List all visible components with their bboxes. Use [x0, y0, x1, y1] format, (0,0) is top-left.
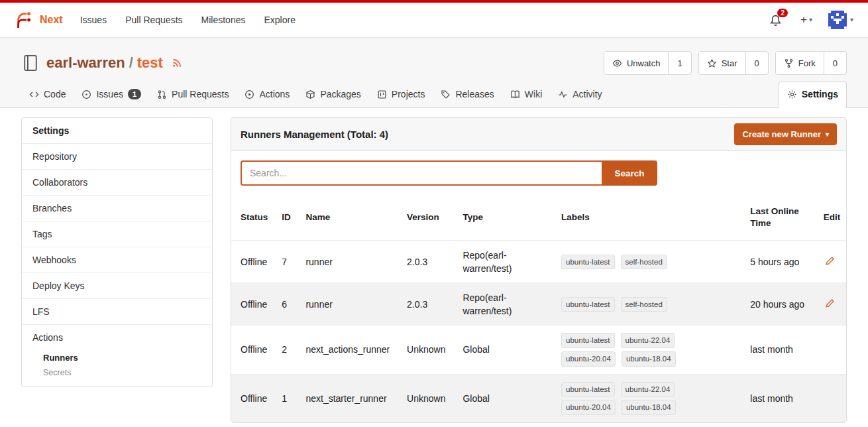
repo-book-icon	[21, 54, 40, 72]
runner-name: next_starter_runner	[300, 374, 402, 422]
tab-label: Releases	[455, 89, 494, 99]
runners-table: Status ID Name Version Type Labels Last …	[231, 195, 846, 422]
top-navbar: Next Issues Pull Requests Milestones Exp…	[0, 0, 868, 38]
package-icon	[305, 90, 315, 99]
label-chip: ubuntu-22.04	[621, 333, 675, 348]
stars-count[interactable]: 0	[745, 52, 768, 74]
tab-projects[interactable]: Projects	[369, 82, 433, 107]
runner-version: Unknown	[402, 326, 457, 374]
label-chip: ubuntu-latest	[561, 255, 615, 270]
col-name: Name	[300, 195, 402, 241]
rss-feed-icon[interactable]	[171, 57, 183, 69]
runner-last-online: 5 hours ago	[745, 241, 818, 283]
runner-name: runner	[300, 283, 402, 326]
sidebar-item-repository[interactable]: Repository	[22, 143, 212, 169]
project-board-icon	[377, 90, 387, 99]
tab-actions[interactable]: Actions	[237, 82, 298, 107]
tab-label: Code	[44, 89, 66, 99]
home-link[interactable]: Next	[15, 10, 63, 30]
plus-icon: +	[800, 13, 807, 27]
col-version: Version	[402, 195, 457, 241]
runner-labels: ubuntu-latest self-hosted	[561, 255, 694, 270]
repo-name-link[interactable]: test	[137, 54, 163, 72]
forks-count[interactable]: 0	[824, 52, 846, 74]
nav-issues[interactable]: Issues	[71, 8, 116, 32]
runners-panel: Runners Management (Total: 4) Create new…	[231, 117, 847, 423]
runner-type: Repo(earl-warren/test)	[457, 283, 556, 326]
runner-type: Global	[457, 374, 556, 422]
book-icon	[510, 90, 520, 99]
col-labels: Labels	[556, 195, 745, 241]
tab-wiki[interactable]: Wiki	[502, 82, 550, 107]
sidebar-item-collaborators[interactable]: Collaborators	[22, 169, 212, 195]
runner-last-online: last month	[745, 326, 818, 374]
sidebar-actions-subsection: Runners Secrets	[22, 350, 212, 387]
tab-issues[interactable]: Issues 1	[74, 82, 149, 107]
unwatch-label: Unwatch	[627, 58, 661, 68]
col-edit: Edit	[818, 195, 846, 241]
tab-label: Wiki	[525, 89, 542, 99]
nav-pull-requests[interactable]: Pull Requests	[116, 8, 191, 32]
tab-activity[interactable]: Activity	[550, 82, 610, 107]
star-icon	[707, 58, 717, 68]
runner-version: 2.0.3	[402, 283, 457, 326]
issue-icon	[81, 90, 91, 99]
fork-label: Fork	[798, 58, 816, 68]
sidebar-item-branches[interactable]: Branches	[22, 195, 212, 221]
create-new-runner-button[interactable]: Create new Runner ▾	[734, 123, 837, 145]
col-last-online-time: Last Online Time	[745, 195, 818, 241]
star-button[interactable]: Star	[699, 52, 745, 74]
tab-label: Pull Requests	[172, 89, 229, 99]
runner-type: Repo(earl-warren/test)	[457, 241, 556, 283]
watchers-count[interactable]: 1	[668, 52, 690, 74]
sidebar-item-webhooks[interactable]: Webhooks	[22, 247, 212, 273]
sidebar-item-runners[interactable]: Runners	[43, 350, 201, 365]
tab-releases[interactable]: Releases	[433, 82, 502, 107]
tab-packages[interactable]: Packages	[298, 82, 368, 107]
brand-name: Next	[40, 14, 63, 26]
fork-button[interactable]: Fork	[776, 52, 824, 74]
sidebar-item-actions[interactable]: Actions	[22, 324, 212, 350]
forgejo-logo-icon	[15, 10, 34, 30]
label-chip: ubuntu-20.04	[561, 400, 616, 415]
tab-label: Issues	[96, 89, 123, 99]
repo-title: earl-warren / test	[46, 54, 163, 72]
nav-explore[interactable]: Explore	[254, 8, 304, 32]
top-navigation: Issues Pull Requests Milestones Explore	[71, 8, 305, 32]
table-row: Offline 1 next_starter_runner Unknown Gl…	[231, 374, 846, 422]
issues-count-badge: 1	[128, 89, 141, 99]
unwatch-button[interactable]: Unwatch	[604, 52, 669, 74]
edit-runner-button[interactable]	[824, 255, 836, 267]
sidebar-item-lfs[interactable]: LFS	[22, 298, 212, 324]
nav-milestones[interactable]: Milestones	[192, 8, 255, 32]
create-new-menu-button[interactable]: + ▾	[800, 13, 812, 27]
runner-last-online: last month	[745, 374, 818, 422]
runner-type: Global	[457, 326, 556, 374]
chevron-down-icon: ▾	[850, 17, 853, 23]
search-button[interactable]: Search	[602, 160, 657, 186]
runner-status: Offline	[231, 241, 276, 283]
search-input[interactable]	[241, 160, 602, 186]
notifications-button[interactable]: 2	[767, 11, 785, 29]
sidebar-item-secrets[interactable]: Secrets	[43, 365, 201, 380]
pencil-icon	[825, 256, 835, 266]
tab-label: Settings	[802, 89, 838, 99]
repo-owner-link[interactable]: earl-warren	[46, 54, 125, 72]
tab-settings[interactable]: Settings	[779, 82, 847, 108]
page-title: Runners Management (Total: 4)	[241, 129, 388, 140]
user-menu-button[interactable]: ▾	[828, 11, 853, 29]
label-chip: ubuntu-latest	[561, 297, 615, 312]
runner-last-online: 20 hours ago	[745, 283, 818, 326]
label-chip: ubuntu-18.04	[622, 400, 676, 415]
runner-status: Offline	[231, 283, 276, 326]
code-icon	[29, 90, 39, 99]
edit-runner-button[interactable]	[824, 297, 836, 310]
user-avatar	[828, 11, 847, 29]
tab-code[interactable]: Code	[21, 82, 74, 107]
sidebar-item-deploy-keys[interactable]: Deploy Keys	[22, 273, 212, 298]
tab-pull-requests[interactable]: Pull Requests	[149, 82, 237, 107]
sidebar-item-tags[interactable]: Tags	[22, 221, 212, 247]
tab-label: Packages	[320, 89, 360, 99]
label-chip: self-hosted	[621, 297, 667, 312]
notification-badge: 2	[777, 9, 788, 17]
